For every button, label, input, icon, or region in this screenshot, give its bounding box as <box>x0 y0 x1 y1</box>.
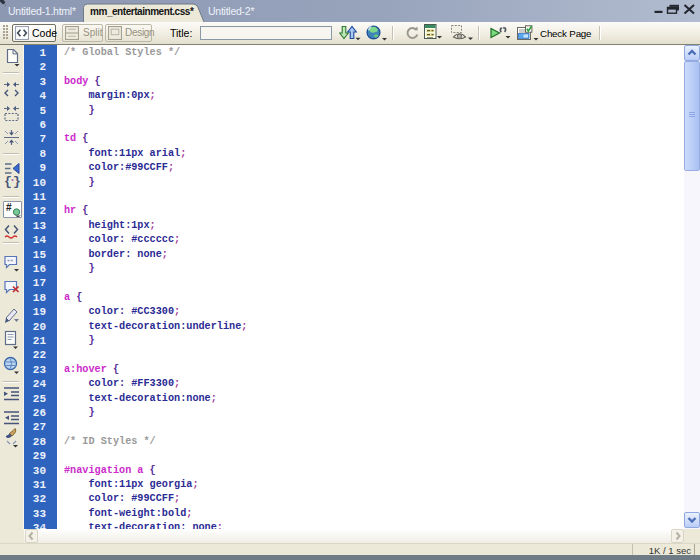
svg-text:{: { <box>4 174 12 189</box>
svg-text:}: } <box>13 174 21 189</box>
